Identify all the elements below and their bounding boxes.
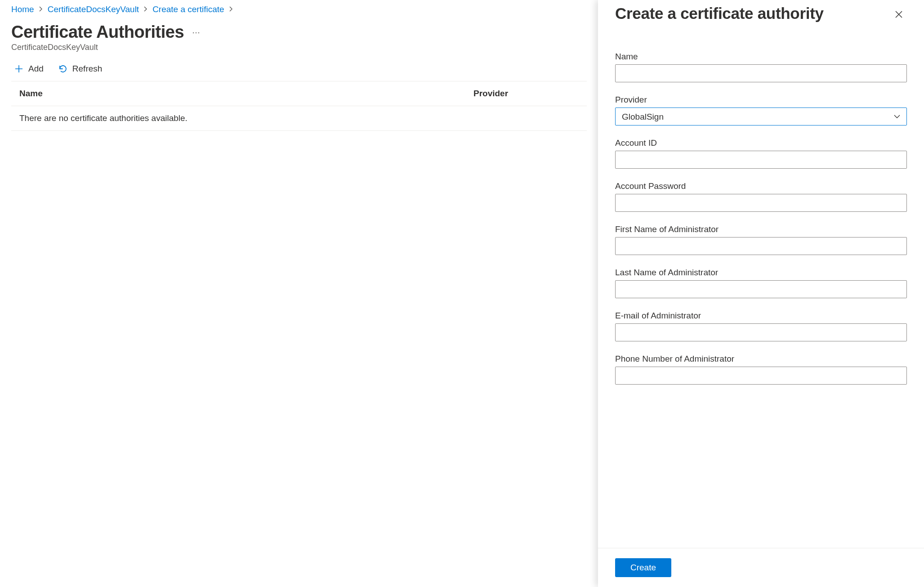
chevron-right-icon [143,5,148,13]
label-account-password: Account Password [615,181,907,191]
breadcrumb-link-create-cert[interactable]: Create a certificate [152,4,224,14]
panel-body: Name Provider GlobalSign Account ID Acco… [598,24,924,548]
chevron-right-icon [39,5,43,13]
label-phone: Phone Number of Administrator [615,354,907,364]
input-first-name[interactable] [615,237,907,255]
table-header: Name Provider [11,81,587,106]
field-last-name: Last Name of Administrator [615,268,907,298]
field-name: Name [615,52,907,82]
label-account-id: Account ID [615,138,907,148]
input-phone[interactable] [615,367,907,385]
field-account-id: Account ID [615,138,907,169]
field-provider: Provider GlobalSign [615,95,907,125]
label-provider: Provider [615,95,907,105]
breadcrumb-link-vault[interactable]: CertificateDocsKeyVault [48,4,139,14]
refresh-icon [58,64,68,74]
breadcrumb-link-home[interactable]: Home [11,4,34,14]
close-button[interactable] [891,6,907,24]
input-account-id[interactable] [615,151,907,169]
refresh-button[interactable]: Refresh [55,62,105,76]
column-header-provider[interactable]: Provider [473,89,579,99]
label-email: E-mail of Administrator [615,311,907,321]
toolbar: Add Refresh [11,62,587,81]
field-phone: Phone Number of Administrator [615,354,907,385]
label-first-name: First Name of Administrator [615,224,907,234]
select-provider[interactable]: GlobalSign [615,108,907,125]
more-icon[interactable]: ⋯ [192,27,201,37]
add-button[interactable]: Add [11,62,46,76]
input-account-password[interactable] [615,194,907,212]
input-email[interactable] [615,323,907,341]
page-subtitle: CertificateDocsKeyVault [11,43,587,52]
column-header-name[interactable]: Name [19,89,473,99]
label-name: Name [615,52,907,62]
input-last-name[interactable] [615,280,907,298]
field-email: E-mail of Administrator [615,311,907,341]
input-name[interactable] [615,64,907,82]
field-account-password: Account Password [615,181,907,212]
create-button[interactable]: Create [615,558,671,577]
panel-title: Create a certificate authority [615,4,824,22]
field-first-name: First Name of Administrator [615,224,907,255]
panel-header: Create a certificate authority [598,0,924,24]
add-label: Add [28,64,44,74]
page-title: Certificate Authorities [11,22,184,42]
breadcrumb: Home CertificateDocsKeyVault Create a ce… [11,4,587,14]
main-content: Home CertificateDocsKeyVault Create a ce… [0,0,598,135]
page-title-row: Certificate Authorities ⋯ [11,22,587,42]
side-panel: Create a certificate authority Name Prov… [598,0,924,587]
table-empty-message: There are no certificate authorities ava… [11,106,587,131]
close-icon [894,10,903,20]
plus-icon [14,64,24,74]
label-last-name: Last Name of Administrator [615,268,907,278]
refresh-label: Refresh [72,64,103,74]
panel-footer: Create [598,548,924,587]
chevron-right-icon [229,5,233,13]
